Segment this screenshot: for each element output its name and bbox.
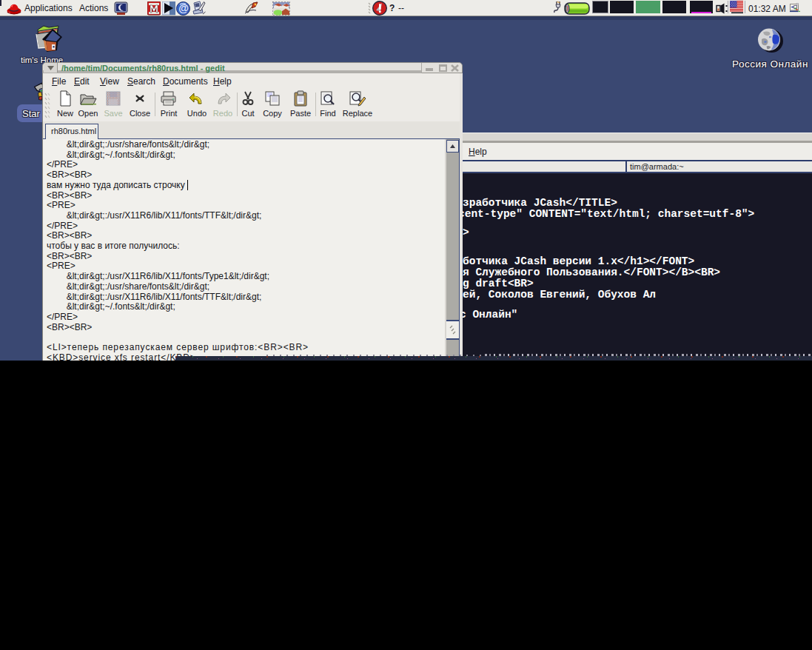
svg-text:@: @ [178,2,189,14]
